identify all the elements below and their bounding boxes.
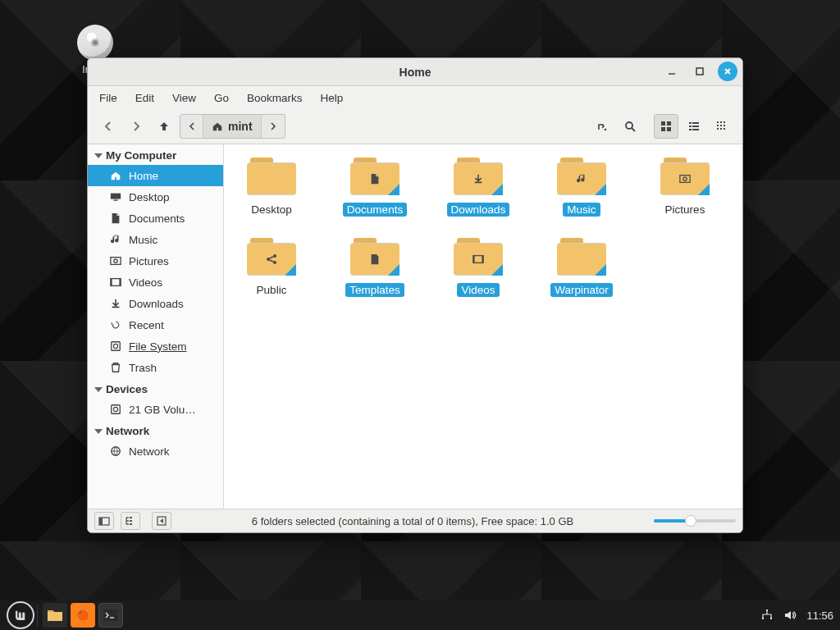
folder-pictures[interactable]: Pictures xyxy=(644,158,726,217)
sidebar-item-downloads[interactable]: Downloads xyxy=(88,293,223,314)
folder-templates[interactable]: Templates xyxy=(334,238,416,297)
breadcrumb-label: mint xyxy=(228,120,253,133)
menu-go[interactable]: Go xyxy=(212,90,231,106)
svg-rect-11 xyxy=(689,122,692,124)
clock[interactable]: 11:56 xyxy=(806,609,833,622)
view-compact-button[interactable] xyxy=(710,114,734,139)
folder-label: Music xyxy=(563,203,600,217)
sidebar-item-home[interactable]: Home xyxy=(88,165,223,186)
view-icons-button[interactable] xyxy=(654,114,678,139)
sidebar-item-pictures[interactable]: Pictures xyxy=(88,250,223,272)
path-bar[interactable]: mint xyxy=(180,114,285,139)
svg-rect-30 xyxy=(111,279,121,286)
folder-view[interactable]: DesktopDocumentsDownloadsMusicPicturesPu… xyxy=(224,144,742,509)
nav-up-button[interactable] xyxy=(152,114,176,139)
sidebar-item-label: Desktop xyxy=(129,191,170,203)
folder-icon xyxy=(247,238,296,276)
menu-bookmarks[interactable]: Bookmarks xyxy=(245,90,304,106)
svg-rect-13 xyxy=(689,126,692,127)
sidebar-item-label: Videos xyxy=(129,276,162,289)
svg-rect-45 xyxy=(482,256,483,263)
toggle-pathentry-button[interactable] xyxy=(590,114,614,139)
folder-label: Videos xyxy=(457,283,499,297)
sidebar-item-documents[interactable]: Documents xyxy=(88,208,223,229)
sidebar-item-label: Pictures xyxy=(129,255,169,267)
chevron-down-icon xyxy=(94,153,103,158)
sidebar-section-header[interactable]: Devices xyxy=(88,378,223,399)
svg-rect-23 xyxy=(717,128,719,130)
svg-point-34 xyxy=(113,344,117,348)
svg-rect-21 xyxy=(720,125,722,126)
svg-rect-54 xyxy=(766,609,768,611)
sidebar-section-header[interactable]: My Computer xyxy=(88,144,223,165)
system-tray: 11:56 xyxy=(760,609,833,622)
svg-rect-7 xyxy=(661,121,665,126)
path-next-button[interactable] xyxy=(262,115,285,138)
menu-help[interactable]: Help xyxy=(319,90,345,106)
folder-downloads[interactable]: Downloads xyxy=(437,158,519,217)
svg-point-39 xyxy=(683,177,687,180)
svg-rect-17 xyxy=(717,121,719,123)
menu-edit[interactable]: Edit xyxy=(134,90,156,106)
svg-point-4 xyxy=(605,129,607,131)
search-button[interactable] xyxy=(618,114,642,139)
nav-back-button[interactable] xyxy=(96,114,121,139)
network-icon[interactable] xyxy=(760,609,774,622)
svg-rect-50 xyxy=(130,523,132,525)
sidebar-item-file-system[interactable]: File System xyxy=(88,336,223,357)
taskbar-app-firefox[interactable] xyxy=(71,603,95,628)
volume-icon[interactable] xyxy=(783,609,797,622)
start-menu-button[interactable] xyxy=(7,601,34,629)
folder-videos[interactable]: Videos xyxy=(437,238,519,297)
disk-icon xyxy=(109,340,122,352)
folder-music[interactable]: Music xyxy=(541,158,623,217)
sidebar-section-title: My Computer xyxy=(106,149,176,162)
sidebar-item-label: Recent xyxy=(129,319,164,331)
svg-rect-49 xyxy=(130,520,132,522)
folder-documents[interactable]: Documents xyxy=(334,158,416,217)
file-manager-window: Home File Edit View Go Bookmarks Help xyxy=(87,57,743,533)
disk-icon xyxy=(109,404,122,415)
zoom-slider[interactable] xyxy=(654,519,736,523)
sidebar-item-music[interactable]: Music xyxy=(88,229,223,250)
breadcrumb-home[interactable]: mint xyxy=(203,115,262,138)
sidebar-item-recent[interactable]: Recent xyxy=(88,314,223,336)
folder-public[interactable]: Public xyxy=(231,238,313,297)
path-prev-button[interactable] xyxy=(180,115,203,138)
taskbar-app-terminal[interactable] xyxy=(98,603,123,628)
sidebar-item-network[interactable]: Network xyxy=(88,441,223,462)
sidebar-item-trash[interactable]: Trash xyxy=(88,357,223,378)
view-list-button[interactable] xyxy=(682,114,706,139)
globe-icon xyxy=(109,445,122,457)
menu-view[interactable]: View xyxy=(171,90,198,106)
folder-label: Downloads xyxy=(447,203,510,217)
nav-forward-button[interactable] xyxy=(124,114,148,139)
treeview-toggle-button[interactable] xyxy=(121,512,140,530)
svg-point-5 xyxy=(626,122,632,129)
svg-rect-27 xyxy=(113,200,117,201)
svg-point-29 xyxy=(114,259,117,262)
folder-desktop[interactable]: Desktop xyxy=(231,158,313,217)
statusbar: 6 folders selected (containing a total o… xyxy=(88,509,742,532)
sidebar-item-label: Music xyxy=(129,234,158,246)
folder-icon xyxy=(557,158,606,195)
svg-rect-12 xyxy=(692,122,699,124)
maximize-button[interactable] xyxy=(690,62,710,81)
folder-icon xyxy=(454,158,503,195)
places-toggle-button[interactable] xyxy=(94,512,114,530)
titlebar[interactable]: Home xyxy=(88,58,742,86)
sidebar-item-21-gb-volu-[interactable]: 21 GB Volu… xyxy=(88,399,223,420)
menu-file[interactable]: File xyxy=(98,90,119,106)
folder-warpinator[interactable]: Warpinator xyxy=(541,238,623,297)
sidebar-item-desktop[interactable]: Desktop xyxy=(88,186,223,208)
svg-rect-38 xyxy=(680,176,690,183)
sidebar-item-videos[interactable]: Videos xyxy=(88,272,223,293)
minimize-button[interactable] xyxy=(662,62,682,81)
taskbar-app-files[interactable] xyxy=(43,603,67,628)
hide-sidebar-button[interactable] xyxy=(152,512,171,530)
svg-rect-53 xyxy=(103,609,118,621)
close-button[interactable] xyxy=(718,62,737,81)
svg-rect-20 xyxy=(717,125,719,126)
folder-label: Warpinator xyxy=(550,283,613,297)
sidebar-section-header[interactable]: Network xyxy=(88,420,223,441)
